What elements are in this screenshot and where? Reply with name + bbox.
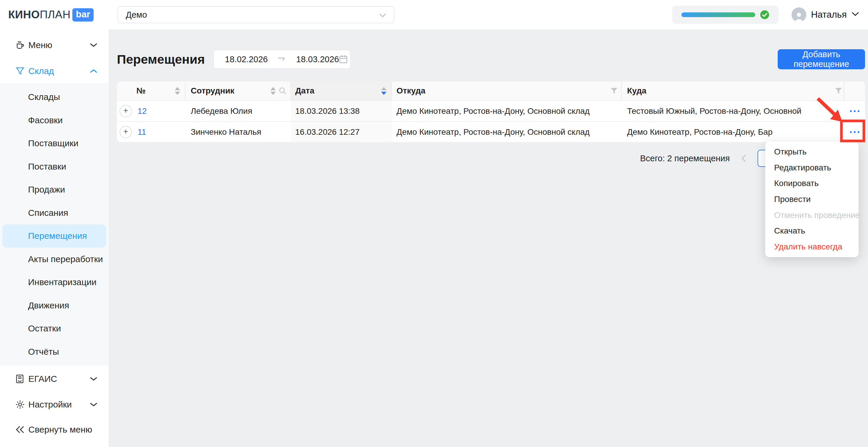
progress-bar [681, 12, 755, 17]
cell-num[interactable]: 12 [135, 101, 185, 121]
cell-from: Демо Кинотеатр, Ростов-на-Дону, Основной… [392, 122, 622, 142]
sidebar-item-postavki[interactable]: Поставки [0, 155, 108, 178]
collapse-menu-button[interactable]: Свернуть меню [0, 421, 108, 438]
cell-date: 18.03.2026 13:38 [291, 101, 392, 121]
double-chevron-left-icon [16, 426, 28, 434]
column-header-employee[interactable]: Сотрудник [185, 81, 291, 100]
success-check-icon [760, 10, 769, 20]
total-count-label: Всего: 2 перемещения [640, 153, 730, 163]
title-row: Перемещения 18.02.2026 18.03.2026 Добави… [117, 49, 865, 70]
column-header-to[interactable]: Куда [622, 81, 844, 100]
sidebar-item-sklad[interactable]: Склад [0, 63, 108, 80]
transfers-table: № Сотрудник Дата Откуда Куд [117, 81, 865, 142]
main-content: Перемещения 18.02.2026 18.03.2026 Добави… [108, 30, 868, 447]
column-label: Куда [627, 86, 646, 96]
document-icon [16, 374, 28, 384]
sidebar: КИНОПЛАН bar Меню Склад Склады Фасовки [0, 0, 108, 447]
logo-text-kino: КИНО [8, 8, 40, 21]
cell-date: 16.03.2026 12:27 [291, 122, 392, 142]
pagination: Всего: 2 перемещения [108, 150, 779, 167]
table-row[interactable]: + 11 Зинченко Наталья 16.03.2026 12:27 Д… [117, 121, 865, 142]
column-label: № [136, 86, 146, 96]
topbar: Демо Наталья [108, 0, 868, 30]
context-menu-item-copy[interactable]: Копировать [765, 175, 859, 192]
gear-icon [16, 400, 28, 409]
calendar-icon [339, 55, 348, 64]
filter-funnel-icon[interactable] [835, 88, 842, 94]
chevron-down-icon [90, 402, 97, 407]
context-menu-item-edit[interactable]: Редактировать [765, 160, 859, 176]
funnel-icon [16, 66, 28, 76]
add-transfer-button[interactable]: Добавить перемещение [778, 49, 865, 69]
avatar [792, 7, 806, 22]
column-label: Откуда [397, 86, 426, 96]
coffee-cup-icon [16, 40, 28, 50]
app-logo: КИНОПЛАН bar [0, 0, 108, 30]
sidebar-item-label: Меню [28, 40, 52, 50]
search-icon[interactable] [279, 87, 286, 95]
sidebar-item-postavschiki[interactable]: Поставщики [0, 132, 108, 155]
sidebar-item-akty-pererabotki[interactable]: Акты переработки [0, 248, 108, 271]
chevron-down-icon [379, 10, 386, 20]
sidebar-item-label: ЕГАИС [28, 374, 57, 384]
context-menu-item-unpost: Отменить проведение [765, 207, 859, 223]
sort-icon-active-desc[interactable] [381, 87, 386, 95]
column-label: Дата [295, 86, 314, 96]
context-menu-item-download[interactable]: Скачать [765, 223, 859, 239]
user-menu[interactable]: Наталья [792, 7, 859, 22]
expand-row-button[interactable]: + [120, 126, 132, 138]
sidebar-item-label: Склад [28, 66, 54, 76]
sidebar-item-peremescheniya[interactable]: Перемещения [2, 225, 106, 248]
column-label: Сотрудник [191, 86, 235, 96]
sidebar-item-spisaniya[interactable]: Списания [0, 201, 108, 225]
chevron-up-icon [90, 69, 97, 73]
date-range-picker[interactable]: 18.02.2026 18.03.2026 [213, 49, 351, 69]
venue-select[interactable]: Демо [118, 6, 395, 23]
collapse-menu-label: Свернуть меню [28, 424, 92, 435]
cell-to: Демо Кинотеатр, Ростов-на-Дону, Бар [622, 122, 844, 142]
sidebar-item-settings[interactable]: Настройки [0, 396, 108, 413]
column-header-date[interactable]: Дата [291, 81, 392, 100]
cell-to: Тестовый Южный, Ростов-на-Дону, Основной [622, 101, 844, 121]
sidebar-item-dvizheniya[interactable]: Движения [0, 294, 108, 317]
chevron-down-icon [90, 377, 97, 381]
sort-icon[interactable] [271, 87, 276, 95]
arrow-right-icon [278, 57, 286, 62]
sidebar-item-ostatki[interactable]: Остатки [0, 317, 108, 340]
chevron-down-icon [851, 12, 859, 18]
pagination-prev-icon[interactable] [741, 154, 746, 163]
filter-funnel-icon[interactable] [611, 88, 618, 94]
context-menu-item-post[interactable]: Провести [765, 192, 859, 207]
date-from-value[interactable]: 18.02.2026 [225, 55, 268, 64]
sidebar-item-inventarizacii[interactable]: Инвентаризации [0, 271, 108, 294]
cell-from: Демо Кинотеатр, Ростов-на-Дону, Основной… [392, 101, 622, 121]
expand-row-button[interactable]: + [120, 105, 132, 117]
sidebar-item-fasovki[interactable]: Фасовки [0, 109, 108, 132]
page-title: Перемещения [117, 52, 205, 67]
column-header-from[interactable]: Откуда [392, 81, 622, 100]
sidebar-item-egais[interactable]: ЕГАИС [0, 370, 108, 387]
cell-employee: Лебедева Юлия [185, 101, 291, 121]
sklad-submenu: Склады Фасовки Поставщики Поставки Прода… [0, 83, 108, 366]
logo-badge-bar: bar [72, 8, 94, 22]
table-row[interactable]: + 12 Лебедева Юлия 18.03.2026 13:38 Демо… [117, 100, 865, 121]
cell-employee: Зинченко Наталья [185, 122, 291, 142]
sync-progress [672, 6, 779, 24]
row-actions-button-highlighted[interactable] [847, 128, 862, 136]
row-actions-button[interactable] [847, 107, 862, 115]
topbar-right: Наталья [672, 6, 859, 24]
sidebar-item-otchety[interactable]: Отчёты [0, 340, 108, 364]
sort-icon[interactable] [175, 87, 180, 95]
row-context-menu: Открыть Редактировать Копировать Провест… [765, 141, 859, 257]
sidebar-item-sklady[interactable]: Склады [0, 85, 108, 109]
cell-num[interactable]: 11 [135, 122, 185, 142]
table-header: № Сотрудник Дата Откуда Куд [117, 81, 865, 100]
sidebar-item-menu[interactable]: Меню [0, 37, 108, 54]
column-header-actions [844, 81, 865, 100]
context-menu-item-open[interactable]: Открыть [765, 144, 859, 160]
sidebar-item-prodazhi[interactable]: Продажи [0, 178, 108, 201]
date-to-value[interactable]: 18.03.2026 [296, 55, 339, 64]
column-header-num[interactable]: № [117, 81, 185, 100]
context-menu-item-delete[interactable]: Удалить навсегда [765, 239, 859, 255]
sidebar-item-label: Настройки [28, 400, 72, 410]
